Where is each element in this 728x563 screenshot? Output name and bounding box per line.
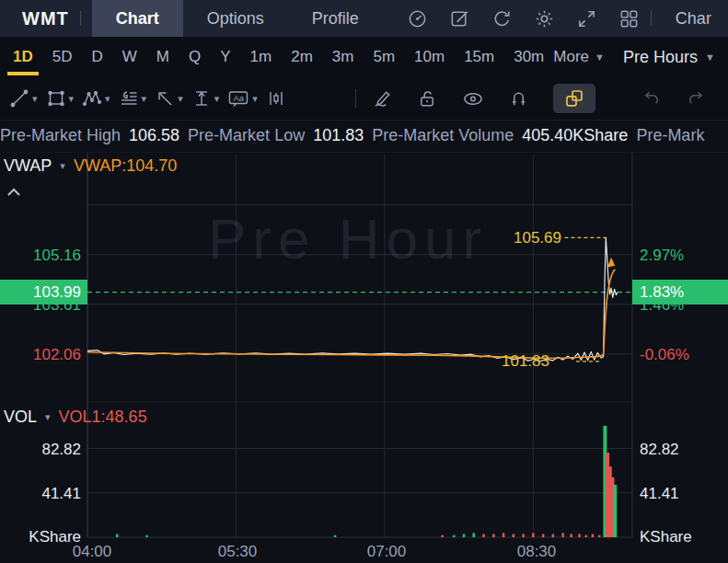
chevron-down-icon: ▾ <box>252 94 258 104</box>
volume-axis-label: 41.41 <box>17 485 81 503</box>
price-axis-label: 102.06 <box>17 346 81 364</box>
svg-text:Aa: Aa <box>234 93 245 103</box>
timeframe-button[interactable]: 10m <box>414 37 445 77</box>
chevron-down-icon: ▾ <box>69 94 75 104</box>
refresh-icon[interactable] <box>491 8 513 29</box>
tool-arrow[interactable]: ▾ <box>155 88 183 109</box>
info-value: 106.58 <box>129 126 179 145</box>
rectangle-icon <box>46 88 66 109</box>
price-axis-label: 105.16 <box>17 247 81 265</box>
session-high-label: 105.69 <box>497 229 561 247</box>
tab-options[interactable]: Options <box>183 0 288 37</box>
text-note-icon: Aa <box>227 88 249 109</box>
tool-text-note[interactable]: Aa ▾ <box>227 88 258 109</box>
timeframe-button[interactable]: 30m <box>514 37 544 77</box>
trend-line-icon <box>9 88 29 109</box>
timeframe-button[interactable]: 1m <box>250 37 272 77</box>
volume-profile-icon <box>266 88 286 109</box>
timeframe-button[interactable]: 1D <box>13 37 33 77</box>
indicator-selector[interactable]: VOL <box>4 408 37 427</box>
volume-axis-label: 41.41 <box>640 485 679 503</box>
info-label: Pre-Market Low <box>188 126 305 145</box>
info-value: 405.40KShare <box>522 126 628 145</box>
drawing-toolbar: ▾ ▾ ▾ ▾ <box>0 77 728 121</box>
info-label: Pre-Market Volume <box>372 126 514 145</box>
current-price-badge: 103.99 <box>0 280 87 304</box>
undo-icon[interactable] <box>641 88 662 109</box>
timeframe-button[interactable]: W <box>122 37 137 77</box>
premarket-info-bar: Pre-Market High 106.58 Pre-Market Low 10… <box>0 120 728 153</box>
timeframe-button[interactable]: 3m <box>332 37 354 77</box>
timeframe-button[interactable]: 2m <box>291 37 313 77</box>
timeframe-button[interactable]: 5m <box>373 37 395 77</box>
timeframe-button[interactable]: M <box>156 37 169 77</box>
volume-unit-label: KShare <box>640 528 692 546</box>
tool-trend-line[interactable]: ▾ <box>9 88 38 109</box>
session-low-label: 101.83 <box>502 352 549 371</box>
current-percent-badge: 1.83% <box>632 280 728 304</box>
tool-price-range[interactable]: ▾ <box>191 88 220 109</box>
apps-grid-icon[interactable] <box>618 8 640 29</box>
time-axis-label: 08:30 <box>509 543 564 561</box>
gauge-icon[interactable] <box>407 8 428 29</box>
info-value: 101.83 <box>313 126 364 145</box>
price-pane-header: VWAP ▾ VWAP:104.70 <box>4 156 177 176</box>
price-range-icon <box>191 88 212 109</box>
chevron-down-icon: ▾ <box>32 94 38 104</box>
link-charts-icon <box>564 88 584 109</box>
tool-link-charts[interactable] <box>553 84 595 113</box>
timeframe-button[interactable]: Y <box>220 37 230 77</box>
divider <box>595 89 595 108</box>
brush-icon[interactable] <box>372 88 393 109</box>
chevron-down-icon: ▾ <box>105 94 110 104</box>
chevron-down-icon: ▾ <box>142 94 147 104</box>
tool-rectangle[interactable]: ▾ <box>46 88 75 109</box>
chevron-down-icon[interactable]: ▾ <box>60 161 65 171</box>
vwap-value: VWAP:104.70 <box>74 156 177 176</box>
magnet-icon[interactable] <box>508 88 529 109</box>
arrow-icon <box>155 88 175 109</box>
tab-chart[interactable]: Chart <box>92 0 183 37</box>
indicator-selector[interactable]: VWAP <box>4 156 52 176</box>
fullscreen-icon[interactable] <box>576 8 597 29</box>
tool-volume-profile[interactable] <box>266 88 286 109</box>
time-axis-label: 04:00 <box>64 543 120 561</box>
overflow-tab-label[interactable]: Char <box>676 9 711 29</box>
timeframe-bar: 1D 5D D W M Q Y 1m 2m 3m 5m 10m 15m 30m … <box>0 37 728 78</box>
divider <box>80 11 81 26</box>
chart-plot-area[interactable] <box>87 152 632 537</box>
timeframe-button[interactable]: Q <box>189 37 201 77</box>
chevron-up-icon <box>6 187 21 198</box>
trading-app-window: Pre Hour WMT Chart Options Profile <box>0 0 728 563</box>
tool-wave[interactable]: ▾ <box>82 88 110 109</box>
wave-icon <box>82 88 102 109</box>
tool-gann-lines[interactable]: ▾ <box>119 88 147 109</box>
time-axis-label: 07:00 <box>359 543 414 561</box>
visibility-icon[interactable] <box>462 88 484 109</box>
chevron-down-icon: ▼ <box>705 52 715 63</box>
volume-pane-header: VOL ▾ VOL1:48.65 <box>4 408 147 427</box>
unlock-icon[interactable] <box>417 88 438 109</box>
divider <box>651 11 652 26</box>
timeframe-button[interactable]: 15m <box>464 37 494 77</box>
info-label: Pre-Mark <box>636 126 704 145</box>
edit-icon[interactable] <box>449 8 470 29</box>
volume-axis-label: 82.82 <box>640 441 679 459</box>
settings-icon[interactable] <box>534 8 555 29</box>
session-selector[interactable]: Pre Hours ▼ <box>623 37 715 77</box>
percent-axis-label: 2.97% <box>640 247 684 265</box>
gann-lines-icon <box>119 88 139 109</box>
symbol-label: WMT <box>22 8 69 29</box>
tab-profile[interactable]: Profile <box>288 0 383 37</box>
redo-icon[interactable] <box>686 88 707 109</box>
timeframe-button[interactable]: D <box>91 37 102 77</box>
collapse-pane-button[interactable] <box>6 187 21 198</box>
percent-axis-label: -0.06% <box>640 346 689 364</box>
timeframe-button[interactable]: 5D <box>52 37 73 77</box>
chevron-down-icon: ▾ <box>214 94 220 104</box>
chevron-down-icon[interactable]: ▾ <box>45 412 51 422</box>
more-timeframes-button[interactable]: More ▼ <box>553 48 605 66</box>
time-axis-label: 05:30 <box>210 543 265 561</box>
volume-axis-label: 82.82 <box>17 441 81 459</box>
vol-value: VOL1:48.65 <box>59 408 147 427</box>
